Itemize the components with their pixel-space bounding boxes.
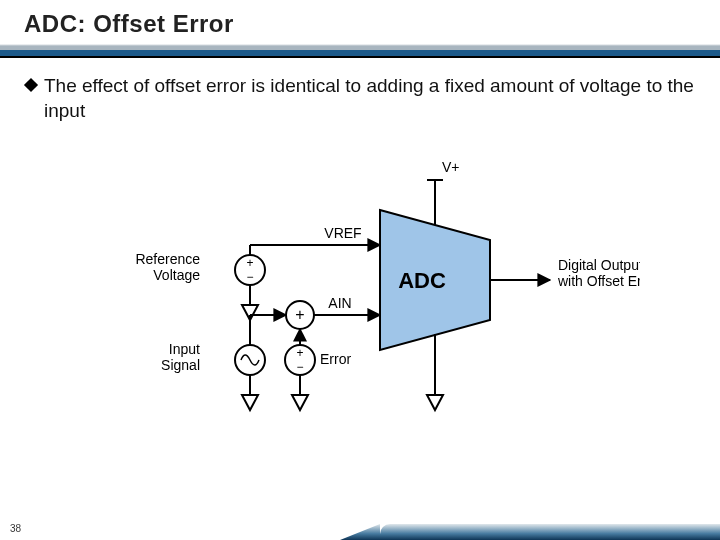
vref-input: VREF — [310, 225, 380, 245]
adc-label: ADC — [398, 268, 446, 293]
page-number: 38 — [10, 523, 21, 534]
body-text: The effect of offset error is identical … — [44, 74, 696, 123]
err-plus: + — [296, 346, 303, 360]
slide-header: ADC: Offset Error — [0, 0, 720, 60]
sum-plus: + — [295, 306, 304, 323]
vplus-label: V+ — [442, 159, 460, 175]
adc-block: ADC — [380, 210, 490, 350]
vref-label: VREF — [324, 225, 361, 241]
err-minus: − — [296, 360, 303, 374]
vplus-supply: V+ — [427, 159, 460, 225]
digital-output: Digital Output with Offset Error — [490, 257, 640, 289]
refv-plus: + — [246, 256, 253, 270]
reference-voltage-source: + − Reference Voltage — [135, 245, 310, 320]
ain-label: AIN — [328, 295, 351, 311]
input-label1: Input — [169, 341, 200, 357]
header-rule — [0, 44, 720, 60]
output-label2: with Offset Error — [557, 273, 640, 289]
ain-input: AIN + — [250, 295, 380, 345]
bullet-icon — [24, 78, 38, 92]
offset-error-diagram: ADC V+ VREF + − Reference Voltage AIN + — [80, 150, 640, 470]
footer-wedge — [340, 524, 380, 540]
input-label2: Signal — [161, 357, 200, 373]
slide-footer: 38 — [0, 518, 720, 540]
output-label1: Digital Output — [558, 257, 640, 273]
adc-ground — [427, 334, 443, 410]
refv-label1: Reference — [135, 251, 200, 267]
refv-minus: − — [246, 270, 253, 284]
refv-label2: Voltage — [153, 267, 200, 283]
input-signal-source: Input Signal — [161, 341, 265, 410]
error-source: + − Error — [285, 329, 351, 410]
slide-title: ADC: Offset Error — [24, 10, 234, 38]
footer-bar — [380, 524, 720, 540]
error-label: Error — [320, 351, 351, 367]
